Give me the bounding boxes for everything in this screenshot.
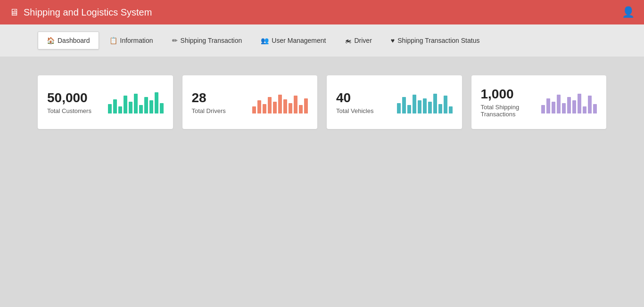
list-icon: 📋: [109, 37, 117, 44]
nav-item-information[interactable]: 📋 Information: [101, 32, 162, 49]
bar: [273, 102, 277, 113]
bar: [257, 100, 261, 113]
cards-row: 50,000 Total Customers 28 Total D: [38, 75, 606, 129]
bar: [113, 99, 117, 113]
nav-item-user-management[interactable]: 👥 User Management: [252, 32, 334, 49]
card-drivers: 28 Total Drivers: [182, 75, 318, 129]
bar: [546, 98, 550, 113]
nav-label-shipping-transaction-status: Shipping Transaction Status: [397, 37, 479, 44]
bar: [278, 95, 282, 113]
bar: [572, 100, 576, 113]
nav-item-shipping-transaction-status[interactable]: ♥ Shipping Transaction Status: [382, 32, 488, 49]
bar: [438, 104, 442, 113]
home-icon: 🏠: [47, 37, 55, 44]
bar: [562, 103, 566, 113]
main-content: 50,000 Total Customers 28 Total D: [0, 57, 644, 148]
drivers-number: 28: [192, 90, 226, 105]
bar: [160, 103, 164, 113]
bar: [134, 94, 138, 113]
bar: [423, 98, 427, 113]
bar: [108, 104, 112, 113]
bar: [252, 106, 256, 113]
nav-label-shipping-transaction: Shipping Transaction: [181, 37, 242, 44]
card-customers: 50,000 Total Customers: [38, 75, 173, 129]
vehicles-label: Total Vehicles: [336, 107, 374, 114]
customers-chart: [108, 91, 164, 113]
vehicles-chart: [397, 91, 453, 113]
nav-item-driver[interactable]: 🏍 Driver: [336, 32, 380, 49]
card-transactions: 1,000 Total Shipping Transactions: [471, 75, 607, 129]
bar: [449, 106, 453, 113]
transactions-chart: [541, 91, 597, 113]
card-vehicles-info: 40 Total Vehicles: [336, 90, 374, 114]
bar: [283, 99, 287, 113]
customers-number: 50,000: [47, 90, 91, 105]
card-customers-info: 50,000 Total Customers: [47, 90, 91, 114]
nav: 🏠 Dashboard 📋 Information ✏ Shipping Tra…: [0, 24, 644, 57]
card-vehicles: 40 Total Vehicles: [327, 75, 462, 129]
bar: [444, 96, 447, 113]
nav-label-dashboard: Dashboard: [58, 37, 90, 44]
bar: [289, 103, 292, 113]
bar: [552, 102, 555, 113]
bar: [139, 105, 143, 113]
customers-label: Total Customers: [47, 107, 91, 114]
transactions-label: Total Shipping Transactions: [481, 104, 542, 118]
bar: [402, 97, 406, 113]
card-drivers-info: 28 Total Drivers: [192, 90, 226, 114]
motorbike-icon: 🏍: [345, 37, 351, 44]
edit-icon: ✏: [172, 37, 178, 44]
bar: [129, 102, 132, 113]
drivers-label: Total Drivers: [192, 107, 226, 114]
header: 🖥 Shipping and Logistics System 👤: [0, 0, 644, 24]
app-title: Shipping and Logistics System: [24, 7, 152, 18]
bar: [428, 102, 432, 113]
heart-icon: ♥: [391, 37, 395, 44]
bar: [433, 94, 437, 113]
bar: [593, 104, 597, 113]
transactions-number: 1,000: [481, 87, 542, 102]
card-transactions-info: 1,000 Total Shipping Transactions: [481, 87, 542, 118]
bar: [407, 105, 411, 113]
bar: [299, 105, 303, 113]
bar: [397, 103, 401, 113]
bar: [413, 95, 416, 113]
nav-label-information: Information: [120, 37, 153, 44]
bar: [567, 97, 571, 113]
nav-label-driver: Driver: [354, 37, 372, 44]
bar: [144, 97, 148, 113]
bar: [263, 104, 266, 113]
bar: [578, 94, 581, 113]
bar: [149, 100, 153, 113]
bar: [588, 96, 592, 113]
bar: [541, 105, 545, 113]
drivers-chart: [252, 91, 308, 113]
bar: [124, 96, 127, 113]
header-title: 🖥 Shipping and Logistics System: [9, 7, 152, 18]
bar: [583, 106, 586, 113]
monitor-icon: 🖥: [9, 7, 19, 18]
vehicles-number: 40: [336, 90, 374, 105]
nav-label-user-management: User Management: [272, 37, 326, 44]
users-icon: 👥: [261, 37, 269, 44]
bar: [557, 95, 561, 113]
bar: [118, 106, 122, 113]
bar: [268, 97, 272, 113]
bar: [304, 98, 308, 113]
nav-item-dashboard[interactable]: 🏠 Dashboard: [38, 32, 99, 49]
nav-item-shipping-transaction[interactable]: ✏ Shipping Transaction: [164, 32, 251, 49]
user-icon[interactable]: 👤: [622, 6, 635, 18]
bar: [418, 100, 421, 113]
bar: [155, 92, 158, 113]
bar: [294, 96, 297, 113]
